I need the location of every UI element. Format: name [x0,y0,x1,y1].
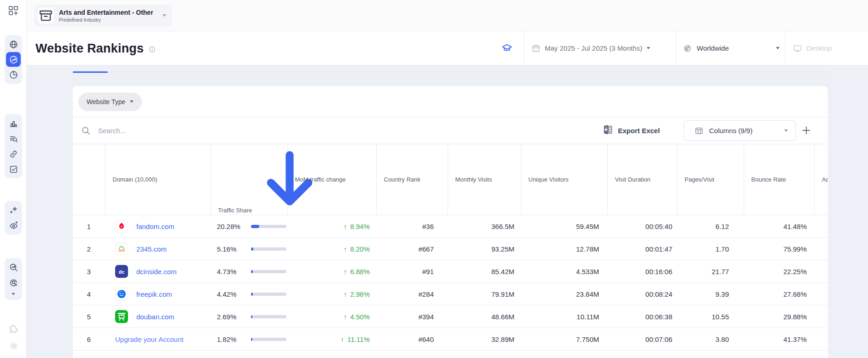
search-input[interactable] [98,127,374,135]
cell-mom-change: ↑6.52% [287,351,376,358]
table-header-cell-pages[interactable]: Pages/Visit [677,144,744,215]
cell-traffic-share: 4.73% [210,260,287,283]
mom-change-value: 2.96% [350,290,370,298]
table-header-cell-domain[interactable]: Domain (10,000) [105,144,210,215]
traffic-share-value: 2.69% [217,313,251,321]
sidebar-item-tag-check-icon[interactable] [6,162,21,176]
cell-pages-per-visit: 1.70 [677,238,744,260]
sidebar-item-pie-chart-icon[interactable] [6,67,21,82]
table-header-cell-visits[interactable]: Monthly Visits [448,144,521,215]
table-row: 223452345.com5.16%↑8.20%#66793.25M12.78M… [73,238,828,260]
cell-monthly-visits: 85.42M [448,260,521,283]
active-tab-indicator[interactable] [73,71,108,73]
cell-pages-per-visit: 4.69 [677,351,744,358]
table-header-cell-crank[interactable]: Country Rank [376,144,448,215]
device-selector[interactable]: Desktop [793,31,862,65]
cell-domain: fandom.com [105,215,210,238]
cell-visit-duration: 00:06:38 [607,305,677,328]
cell-unique-visitors: 4.533M [521,260,607,283]
sidebar-more-chevron-down-icon[interactable] [6,290,21,299]
cell-pages-per-visit: 3.80 [677,328,744,351]
cell-rank: 2 [73,238,105,260]
cell-domain: Upgrade your Account [105,351,210,358]
academy-icon[interactable] [501,42,513,54]
sidebar-item-sparkles-icon[interactable] [6,203,21,217]
table-header-cell-share[interactable]: Traffic Share [210,144,287,215]
divider [785,31,786,65]
domain-link[interactable]: fandom.com [136,223,175,230]
sidebar-item-locate-search-icon[interactable] [6,275,21,290]
sidebar-item-eye-plus-icon[interactable] [6,218,21,233]
table-header-cell-bounce[interactable]: Bounce Rate [744,144,814,215]
chevron-down-icon [784,129,788,132]
cell-unique-visitors: 59.45M [521,215,607,238]
monitor-icon [793,44,802,53]
sidebar-item-link-icon[interactable] [6,147,21,161]
table-header-cell-rank[interactable] [73,144,105,215]
mom-change-value: 6.88% [350,268,370,276]
cell-monthly-visits: 366.5M [448,215,521,238]
cell-bounce-rate: 41.37% [744,328,814,351]
cell-traffic-share: 20.28% [210,215,287,238]
cell-unique-visitors: 4.685M [521,351,607,358]
cell-unique-visitors: 10.11M [521,305,607,328]
svg-text:2345: 2345 [118,249,125,252]
cell-mom-change: ↑4.50% [287,305,376,328]
industry-selector[interactable]: Arts and Entertainment - Other Predefine… [35,5,172,26]
info-icon[interactable] [148,46,156,53]
cell-monthly-visits: 32.89M [448,328,521,351]
calendar-icon [531,44,541,53]
domain-link[interactable]: freepik.com [136,290,172,298]
globe-icon [683,44,692,53]
traffic-share-bar [251,293,286,296]
cell-mom-change: ↑8.20% [287,238,376,260]
page-header: Website Rankings May 2025 - Jul 2025 (3 … [27,31,868,65]
chevron-down-icon [163,14,166,17]
sidebar-item-globe-icon[interactable] [6,37,21,52]
table-row: 3dcdcinside.com4.73%↑6.88%#9185.42M4.533… [73,260,828,283]
chevron-down-icon [647,47,650,49]
domain-link[interactable]: 2345.com [136,245,167,253]
cell-traffic-share: 5.16% [210,238,287,260]
traffic-share-value: 20.28% [217,223,251,230]
traffic-share-bar [251,338,286,341]
gear-icon[interactable] [9,341,19,351]
website-type-filter[interactable]: Website Type [78,93,142,111]
sidebar-item-globe-trend-icon[interactable] [6,52,21,67]
table-header-cell-dur[interactable]: Visit Duration [607,144,677,215]
domain-link[interactable]: dcinside.com [136,268,177,276]
table-body: 1fandom.com20.28%↑8.94%#36366.5M59.45M00… [73,215,828,358]
export-excel-button[interactable]: Export Excel [602,117,660,144]
upgrade-account-link[interactable]: Upgrade your Account [115,335,183,343]
mom-change-value: 4.50% [350,313,370,321]
cell-ads [814,260,828,283]
cell-ads [814,328,828,351]
cell-ads [814,215,828,238]
cell-monthly-visits: 93.25M [448,238,521,260]
puzzle-icon[interactable] [9,324,19,334]
sort-desc-icon [255,208,324,215]
up-arrow-icon: ↑ [344,290,347,298]
cell-ads [814,351,828,358]
cell-bounce-rate: 41.48% [744,215,814,238]
sidebar-item-list-search-icon[interactable] [6,131,21,146]
add-column-button[interactable] [801,125,812,136]
table-header-cell-ads[interactable]: Ad [814,144,828,215]
cell-traffic-share: 4.42% [210,283,287,305]
table-row: 7Upgrade your Account1.45%↑6.52%#1,55426… [73,351,828,358]
app-grid-add-icon[interactable] [7,5,19,17]
table-row: 5douban.com2.69%↑4.50%#39448.66M10.11M00… [73,305,828,328]
region-selector[interactable]: Worldwide [683,31,780,65]
favicon-2345: 2345 [115,242,128,255]
cell-domain: douban.com [105,305,210,328]
domain-link[interactable]: douban.com [136,313,175,321]
mom-change-value: 8.94% [350,223,370,230]
cell-rank: 5 [73,305,105,328]
cell-ads [814,305,828,328]
table-row: 4freepik.com4.42%↑2.96%#28479.91M23.84M0… [73,283,828,305]
date-range-selector[interactable]: May 2025 - Jul 2025 (3 Months) [531,31,670,65]
sidebar-item-trend-search-icon[interactable] [6,260,21,275]
sidebar-item-bar-chart-icon[interactable] [6,116,21,131]
table-header-cell-uniq[interactable]: Unique Visitors [521,144,607,215]
columns-dropdown[interactable]: Columns (9/9) [684,120,796,141]
